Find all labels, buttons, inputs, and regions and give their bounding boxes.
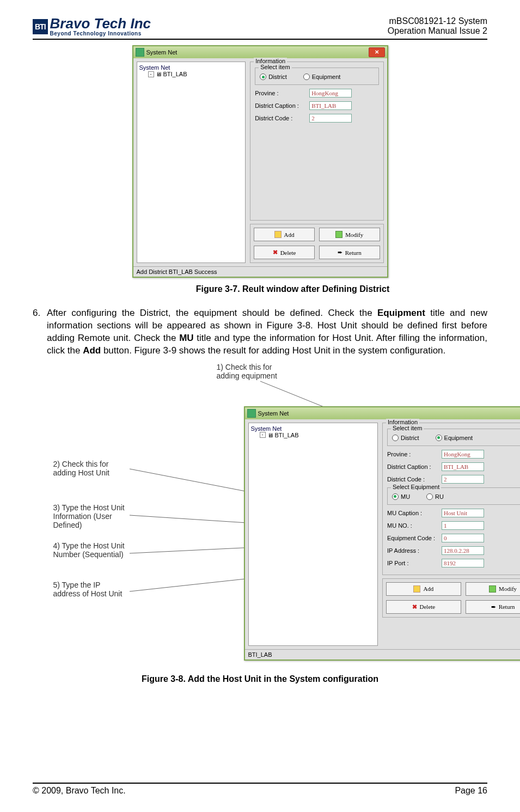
page-number: Page 16: [455, 786, 487, 796]
select-item-legend: Select item: [259, 64, 291, 70]
window-title: System Net: [146, 49, 178, 56]
information-group: Information Select item District Equipme…: [250, 62, 383, 221]
select-item-legend: Select item: [391, 425, 424, 431]
page-footer: © 2009, Bravo Tech Inc. Page 16: [33, 783, 487, 796]
tree-root[interactable]: System Net: [139, 64, 243, 71]
annotation-5: 5) Type the IP address of Host Unit: [53, 581, 130, 598]
app-icon: [136, 48, 144, 57]
district-code-label: District Code :: [387, 476, 442, 483]
tree-panel: System Net -🖥BTI_LAB: [248, 423, 378, 646]
provine-field[interactable]: HongKong: [442, 450, 484, 459]
copyright: © 2009, Bravo Tech Inc.: [33, 786, 126, 796]
ip-address-label: IP Address :: [387, 547, 442, 554]
return-button[interactable]: ➨Return: [466, 600, 520, 614]
radio-equipment[interactable]: Equipment: [436, 435, 473, 441]
ip-address-field[interactable]: 128.0.2.28: [442, 546, 484, 555]
tree-item-label[interactable]: BTI_LAB: [163, 71, 187, 77]
tree-panel: System Net -🖥BTI_LAB: [137, 62, 246, 263]
add-icon: [413, 585, 420, 593]
return-icon: ➨: [491, 603, 496, 610]
delete-button[interactable]: ✖Delete: [386, 600, 461, 614]
annotation-2: 2) Check this for adding Host Unit: [53, 460, 130, 477]
status-bar: Add District BTI_LAB Success: [133, 266, 387, 277]
system-net-window-1: System Net ✕ System Net -🖥BTI_LAB Inform…: [132, 45, 388, 278]
status-bar: BTI_LAB: [245, 649, 521, 660]
step-6-text: 6. After configuring the District, the e…: [33, 307, 487, 357]
tree-node-icon: 🖥: [267, 432, 273, 438]
tree-expand-icon[interactable]: -: [148, 71, 154, 77]
doc-title: mBSC081921-12 System Operation Manual Is…: [388, 16, 487, 36]
delete-icon: ✖: [273, 249, 278, 256]
return-button[interactable]: ➨Return: [319, 246, 380, 259]
radio-mu[interactable]: MU: [392, 493, 410, 500]
district-caption-field[interactable]: BTI_LAB: [442, 462, 484, 471]
figure-3-8-block: 1) Check this for adding equipment 2) Ch…: [53, 363, 467, 668]
tree-item-label[interactable]: BTI_LAB: [275, 432, 299, 438]
button-panel: Add Modify ✖Delete ➨Return: [250, 224, 383, 263]
annotation-4: 4) Type the Host Unit Number (Sequential…: [53, 541, 130, 559]
annotation-1: 1) Check this for adding equipment: [217, 363, 293, 380]
titlebar: System Net ✕: [133, 46, 387, 58]
district-code-field[interactable]: 2: [442, 475, 484, 484]
app-icon: [247, 409, 256, 418]
district-code-label: District Code :: [255, 115, 309, 121]
modify-button[interactable]: Modify: [319, 228, 380, 241]
mu-no-field[interactable]: 1: [442, 521, 484, 530]
provine-label: Provine :: [387, 451, 442, 457]
radio-district[interactable]: District: [392, 435, 419, 441]
ip-port-label: IP Port :: [387, 560, 442, 566]
delete-button[interactable]: ✖Delete: [254, 246, 315, 259]
logo-title: Bravo Tech Inc: [50, 16, 151, 30]
add-icon: [274, 231, 282, 238]
radio-equipment[interactable]: Equipment: [303, 74, 341, 80]
district-caption-label: District Caption :: [255, 102, 309, 109]
annotation-3: 3) Type the Host Unit Information (User …: [53, 503, 130, 529]
window-title: System Net: [258, 410, 289, 417]
district-caption-label: District Caption :: [387, 463, 442, 470]
mu-caption-field[interactable]: Host Unit: [442, 509, 484, 517]
system-net-window-2: System Net ✕ System Net -🖥BTI_LAB Inform…: [244, 406, 521, 661]
district-code-field[interactable]: 2: [309, 114, 352, 123]
button-panel: Add Modify ✖Delete ➨Return: [382, 578, 520, 618]
provine-field[interactable]: HongKong: [309, 89, 352, 97]
logo: BTI Bravo Tech Inc Beyond Technology Inn…: [33, 16, 151, 36]
return-icon: ➨: [338, 249, 342, 256]
equipment-code-field[interactable]: 0: [442, 534, 484, 542]
logo-badge: BTI: [33, 19, 48, 34]
mu-caption-label: MU Caption :: [387, 510, 442, 516]
add-button[interactable]: Add: [386, 582, 461, 596]
modify-button[interactable]: Modify: [466, 582, 520, 596]
figure-3-7-caption: Figure 3-7. Reult window after Defining …: [98, 284, 487, 294]
radio-district[interactable]: District: [260, 74, 287, 80]
add-button[interactable]: Add: [254, 228, 315, 241]
information-group: Information Select item District Equipme…: [382, 423, 520, 575]
select-equipment-legend: Select Equipment: [391, 484, 441, 490]
titlebar: System Net ✕: [245, 407, 521, 419]
tree-expand-icon[interactable]: -: [260, 432, 266, 438]
tree-node-icon: 🖥: [156, 71, 162, 77]
figure-3-8-caption: Figure 3-8. Add the Host Unit in the Sys…: [33, 674, 487, 684]
provine-label: Provine :: [255, 90, 309, 96]
modify-icon: [489, 585, 496, 593]
radio-ru[interactable]: RU: [426, 493, 444, 500]
equipment-code-label: Equipment Code :: [387, 535, 442, 541]
mu-no-label: MU NO. :: [387, 522, 442, 529]
close-icon[interactable]: ✕: [369, 47, 385, 57]
page-header: BTI Bravo Tech Inc Beyond Technology Inn…: [33, 16, 487, 40]
district-caption-field[interactable]: BTI_LAB: [309, 101, 352, 110]
figure-3-7: System Net ✕ System Net -🖥BTI_LAB Inform…: [132, 45, 388, 278]
modify-icon: [335, 231, 342, 238]
delete-icon: ✖: [412, 603, 417, 610]
tree-root[interactable]: System Net: [251, 425, 375, 432]
ip-port-field[interactable]: 8192: [442, 559, 484, 567]
logo-subtitle: Beyond Technology Innovations: [50, 30, 151, 36]
